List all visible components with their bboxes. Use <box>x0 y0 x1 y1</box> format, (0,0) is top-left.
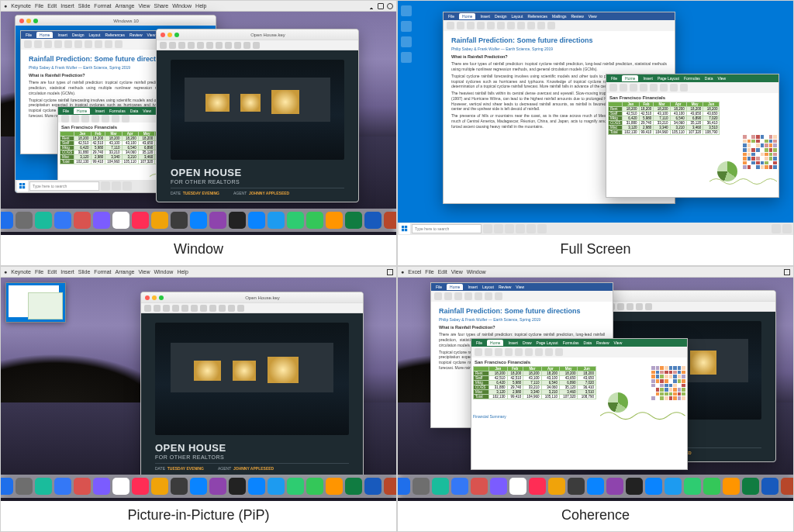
start-button[interactable] <box>399 223 410 234</box>
dock-app-icon[interactable] <box>54 212 71 229</box>
taskbar-app-icon[interactable] <box>526 224 536 233</box>
dock-app-icon[interactable] <box>171 478 188 495</box>
mac-menubar[interactable]: ● Excel File Edit View Window <box>398 267 793 278</box>
dock-app-icon[interactable] <box>413 478 430 495</box>
start-button[interactable] <box>17 181 28 192</box>
keynote-toolbar[interactable] <box>586 301 775 312</box>
dock-app-icon[interactable] <box>35 212 52 229</box>
zoom-icon[interactable] <box>33 19 38 23</box>
desktop-icons[interactable] <box>401 5 412 63</box>
tray-icon[interactable] <box>772 224 781 233</box>
dock-app-icon[interactable] <box>306 478 323 495</box>
excel-sheet[interactable]: San Francisco Financials JanFebMarAprMay… <box>471 358 687 469</box>
dock-app-icon[interactable] <box>326 478 343 495</box>
dock-app-icon[interactable] <box>606 478 623 495</box>
zoom-icon[interactable] <box>159 295 164 300</box>
keynote-toolbar[interactable] <box>157 40 358 50</box>
close-icon[interactable] <box>161 33 165 37</box>
minimize-icon[interactable] <box>152 295 157 300</box>
dock-app-icon[interactable] <box>190 478 207 495</box>
battery-icon[interactable] <box>784 269 790 275</box>
dock-app-icon[interactable] <box>209 212 226 229</box>
keynote-window[interactable]: Open House.key OPEN HOUSE FOR OTHER REAL… <box>156 29 359 202</box>
dock-app-icon[interactable] <box>1 478 13 495</box>
dock-app-icon[interactable] <box>398 478 410 495</box>
apple-icon[interactable]: ● <box>4 269 7 275</box>
mac-dock[interactable] <box>1 209 396 232</box>
mac-dock[interactable] <box>398 475 793 498</box>
excel-sheet[interactable]: San Francisco Financials JanFebMarAprMay… <box>606 93 778 197</box>
dock-app-icon[interactable] <box>93 212 110 229</box>
taskbar-app-icon[interactable] <box>123 181 132 191</box>
menubar-app[interactable]: Keynote <box>11 3 31 9</box>
mac-menubar[interactable]: ● Keynote File Edit Insert Slide Format … <box>1 1 396 12</box>
minimize-icon[interactable] <box>167 33 172 37</box>
dock-app-icon[interactable] <box>16 478 33 495</box>
financials-table[interactable]: JanFebMarAprMayJunRent18,20018,20018,200… <box>473 366 596 399</box>
zoom-icon[interactable] <box>174 33 179 37</box>
taskbar-app-icon[interactable] <box>516 224 525 233</box>
apple-icon[interactable]: ● <box>401 269 404 275</box>
search-icon[interactable] <box>387 3 393 9</box>
dock-app-icon[interactable] <box>703 478 720 495</box>
dock-app-icon[interactable] <box>229 478 246 495</box>
taskbar-app-icon[interactable] <box>505 224 514 233</box>
win10-taskbar[interactable]: Type here to search <box>398 223 793 235</box>
excel-window[interactable]: File Home Insert Page Layout Formulas Da… <box>606 74 779 198</box>
dock-app-icon[interactable] <box>287 212 304 229</box>
dock-app-icon[interactable] <box>268 478 285 495</box>
excel-ribbon[interactable]: File Home Insert Page Layout Formulas Da… <box>606 74 778 93</box>
financials-table[interactable]: JanFebMarAprMayJunRent18,20018,20018,200… <box>608 102 720 135</box>
dock-app-icon[interactable] <box>509 478 526 495</box>
dock-app-icon[interactable] <box>626 478 643 495</box>
dock-app-icon[interactable] <box>151 212 168 229</box>
dock-app-icon[interactable] <box>171 212 188 229</box>
excel-ribbon[interactable]: File Home Insert Draw Page Layout Formul… <box>471 339 687 358</box>
dock-app-icon[interactable] <box>190 212 207 229</box>
dock-app-icon[interactable] <box>471 478 488 495</box>
close-icon[interactable] <box>145 295 150 300</box>
dock-app-icon[interactable] <box>248 478 265 495</box>
dock-app-icon[interactable] <box>742 478 759 495</box>
dock-app-icon[interactable] <box>35 478 52 495</box>
taskbar-app-icon[interactable] <box>483 224 492 233</box>
taskbar-app-icon[interactable] <box>101 181 110 191</box>
close-icon[interactable] <box>19 19 24 23</box>
financials-table[interactable]: JanFebMarAprMayJunRent18,20018,20018,200… <box>60 131 171 164</box>
mac-menubar[interactable]: ● Keynote File Edit Insert Slide Format … <box>1 267 396 278</box>
dock-app-icon[interactable] <box>54 478 71 495</box>
minimize-icon[interactable] <box>26 19 31 23</box>
dock-app-icon[interactable] <box>451 478 468 495</box>
dock-app-icon[interactable] <box>364 212 381 229</box>
taskbar-app-icon[interactable] <box>494 224 503 233</box>
apple-icon[interactable]: ● <box>4 3 7 9</box>
dock-app-icon[interactable] <box>248 212 265 229</box>
pip-thumbnail[interactable] <box>5 282 66 323</box>
dock-app-icon[interactable] <box>306 212 323 229</box>
dock-app-icon[interactable] <box>761 478 778 495</box>
dock-app-icon[interactable] <box>364 478 381 495</box>
dock-app-icon[interactable] <box>645 478 662 495</box>
dock-app-icon[interactable] <box>490 478 507 495</box>
dock-app-icon[interactable] <box>287 478 304 495</box>
dock-app-icon[interactable] <box>432 478 449 495</box>
dock-app-icon[interactable] <box>345 212 362 229</box>
dock-app-icon[interactable] <box>112 478 129 495</box>
word-ribbon[interactable]: File Home Insert Design Layout Reference… <box>444 12 675 31</box>
wifi-icon[interactable] <box>368 3 375 9</box>
dock-app-icon[interactable] <box>384 478 396 495</box>
dock-app-icon[interactable] <box>74 478 91 495</box>
dock-app-icon[interactable] <box>268 212 285 229</box>
battery-icon[interactable] <box>378 3 384 9</box>
keynote-window[interactable]: Open House.key OPEN HOUSE FOR OTHER REAL… <box>140 292 364 478</box>
dock-app-icon[interactable] <box>132 212 149 229</box>
dock-app-icon[interactable] <box>684 478 701 495</box>
dock-app-icon[interactable] <box>326 212 343 229</box>
dock-app-icon[interactable] <box>345 478 362 495</box>
taskbar-search[interactable]: Type here to search <box>412 224 482 233</box>
tray-icon[interactable] <box>782 224 792 233</box>
dock-app-icon[interactable] <box>568 478 585 495</box>
excel-window[interactable]: File Home Insert Draw Page Layout Formul… <box>471 338 688 470</box>
dock-app-icon[interactable] <box>209 478 226 495</box>
battery-icon[interactable] <box>387 269 393 275</box>
